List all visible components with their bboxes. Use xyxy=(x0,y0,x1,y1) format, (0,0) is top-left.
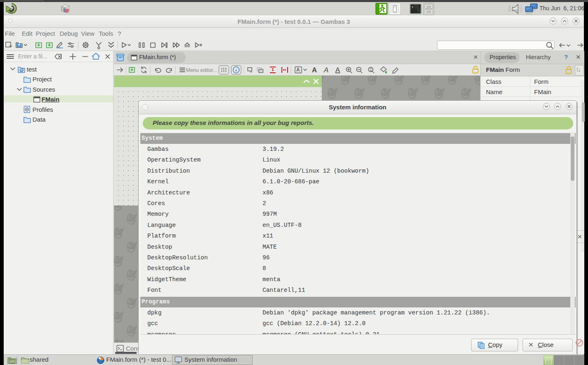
svg-text:A: A xyxy=(296,67,300,73)
svg-text:A: A xyxy=(335,66,340,74)
svg-text:1: 1 xyxy=(370,67,372,72)
svg-text:Menu editor...: Menu editor... xyxy=(186,67,217,73)
svg-text:A: A xyxy=(312,66,317,74)
svg-text:A: A xyxy=(323,66,328,74)
